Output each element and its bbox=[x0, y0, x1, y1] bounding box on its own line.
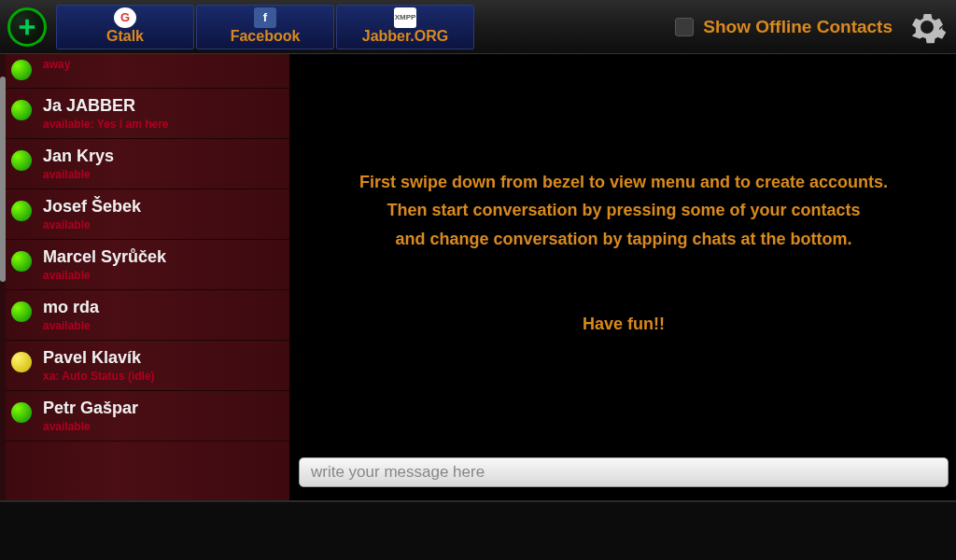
tab-jabber[interactable]: XMPP Jabber.ORG bbox=[336, 5, 474, 49]
top-toolbar: G Gtalk f Facebook XMPP Jabber.ORG Show … bbox=[0, 0, 956, 54]
contact-status: xa: Auto Status (idle) bbox=[43, 370, 155, 383]
contact-text: Petr Gašparavailable bbox=[43, 399, 138, 433]
presence-indicator-icon bbox=[11, 352, 32, 372]
show-offline-label: Show Offline Contacts bbox=[703, 17, 893, 37]
contact-name: Josef Šebek bbox=[43, 197, 141, 217]
tab-gtalk[interactable]: G Gtalk bbox=[56, 5, 194, 49]
presence-indicator-icon bbox=[11, 301, 32, 322]
account-tabs: G Gtalk f Facebook XMPP Jabber.ORG bbox=[56, 5, 474, 49]
contact-name: Marcel Syrůček bbox=[43, 247, 166, 267]
gear-icon bbox=[907, 7, 947, 47]
contact-item[interactable]: Josef Šebekavailable bbox=[0, 189, 289, 240]
contact-text: Pavel Klavíkxa: Auto Status (idle) bbox=[43, 348, 155, 383]
contact-name: Jan Krys bbox=[43, 147, 114, 166]
contact-status: available bbox=[43, 269, 166, 282]
tab-label: Gtalk bbox=[106, 28, 144, 45]
contact-name: Pavel Klavík bbox=[43, 348, 155, 368]
plus-icon bbox=[17, 17, 37, 37]
presence-indicator-icon bbox=[11, 100, 32, 120]
show-offline-toggle[interactable]: Show Offline Contacts bbox=[675, 17, 893, 37]
intro-line: First swipe down from bezel to view menu… bbox=[359, 168, 888, 197]
contact-name: Petr Gašpar bbox=[43, 399, 138, 418]
intro-line: and change conversation by tapping chats… bbox=[395, 225, 851, 254]
contact-status: available bbox=[43, 319, 99, 332]
contact-item[interactable]: mo rdaavailable bbox=[0, 290, 289, 341]
presence-indicator-icon bbox=[11, 150, 32, 171]
contact-name: mo rda bbox=[43, 298, 99, 317]
presence-indicator-icon bbox=[11, 201, 32, 221]
tab-facebook[interactable]: f Facebook bbox=[196, 5, 334, 49]
bottom-chat-bar[interactable] bbox=[0, 500, 956, 560]
facebook-icon: f bbox=[254, 7, 276, 28]
presence-indicator-icon bbox=[11, 251, 32, 272]
contact-status: available bbox=[43, 168, 114, 181]
contact-item[interactable]: Petr Gašparavailable bbox=[0, 391, 289, 441]
intro-line: Have fun!! bbox=[583, 310, 665, 339]
contact-text: Josef Šebekavailable bbox=[43, 197, 141, 231]
message-input[interactable] bbox=[299, 457, 949, 487]
contact-item[interactable]: away bbox=[0, 54, 289, 89]
xmpp-icon: XMPP bbox=[394, 7, 416, 28]
settings-button[interactable] bbox=[906, 6, 949, 49]
presence-indicator-icon bbox=[11, 402, 32, 423]
contact-item[interactable]: Ja JABBERavailable: Yes I am here bbox=[0, 89, 289, 139]
contact-status: available bbox=[43, 218, 141, 231]
main-area: awayJa JABBERavailable: Yes I am hereJan… bbox=[0, 54, 956, 500]
contact-text: Marcel Syrůčekavailable bbox=[43, 247, 166, 282]
contact-status: away bbox=[43, 58, 70, 71]
contact-status: available: Yes I am here bbox=[43, 118, 169, 131]
contact-item[interactable]: Jan Krysavailable bbox=[0, 139, 289, 189]
contact-item[interactable]: Pavel Klavíkxa: Auto Status (idle) bbox=[0, 341, 289, 391]
intro-line: Then start conversation by pressing some… bbox=[387, 196, 860, 225]
gtalk-icon: G bbox=[114, 7, 136, 28]
tab-label: Jabber.ORG bbox=[362, 28, 448, 45]
contact-text: mo rdaavailable bbox=[43, 298, 99, 332]
show-offline-checkbox[interactable] bbox=[675, 18, 694, 36]
presence-indicator-icon bbox=[11, 60, 32, 80]
contact-status: available bbox=[43, 420, 138, 433]
contact-text: Jan Krysavailable bbox=[43, 147, 114, 181]
contact-name: Ja JABBER bbox=[43, 96, 169, 116]
contact-item[interactable]: Marcel Syrůčekavailable bbox=[0, 240, 289, 290]
add-account-button[interactable] bbox=[7, 7, 47, 47]
contact-text: Ja JABBERavailable: Yes I am here bbox=[43, 96, 169, 131]
contacts-scrollbar-thumb[interactable] bbox=[0, 77, 6, 282]
tab-label: Facebook bbox=[231, 28, 301, 45]
message-input-wrap bbox=[291, 452, 956, 500]
contact-text: away bbox=[43, 56, 70, 71]
chat-panel: First swipe down from bezel to view menu… bbox=[291, 54, 956, 500]
contacts-list[interactable]: awayJa JABBERavailable: Yes I am hereJan… bbox=[0, 54, 291, 500]
intro-text: First swipe down from bezel to view menu… bbox=[291, 54, 956, 452]
